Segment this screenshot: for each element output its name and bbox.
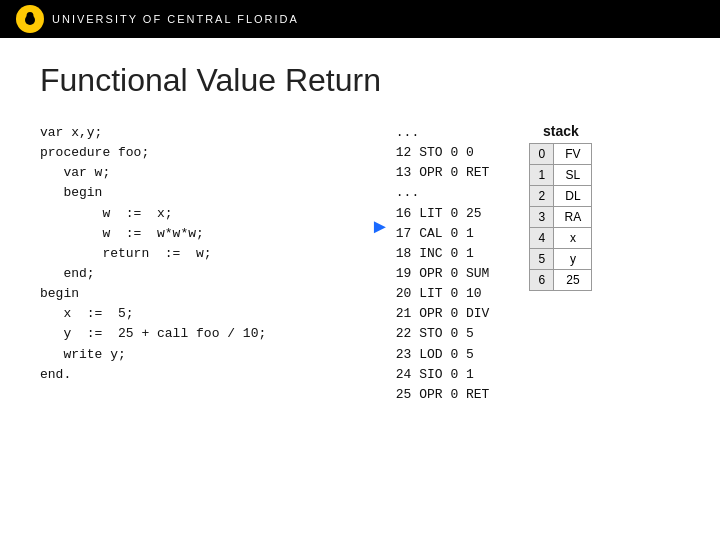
stack-row-index: 6 xyxy=(530,270,554,291)
stack-row: 3RA xyxy=(530,207,592,228)
stack-row-index: 0 xyxy=(530,144,554,165)
stack-row: 625 xyxy=(530,270,592,291)
code-block: var x,y; procedure foo; var w; begin w :… xyxy=(40,123,340,385)
stack-row-value: FV xyxy=(554,144,592,165)
main-content: Functional Value Return var x,y; procedu… xyxy=(0,38,720,425)
current-line-arrow: ► xyxy=(370,216,390,236)
stack-row-index: 4 xyxy=(530,228,554,249)
university-name: UNIVERSITY OF CENTRAL FLORIDA xyxy=(52,13,299,25)
assembly-block: ... 12 STO 0 0 13 OPR 0 RET ... 16 LIT 0… xyxy=(396,123,490,405)
assembly-area: ► ... 12 STO 0 0 13 OPR 0 RET ... 16 LIT… xyxy=(370,123,489,405)
stack-row-value: SL xyxy=(554,165,592,186)
stack-row-index: 1 xyxy=(530,165,554,186)
stack-row-value: RA xyxy=(554,207,592,228)
stack-row: 0FV xyxy=(530,144,592,165)
stack-row: 1SL xyxy=(530,165,592,186)
arrow-area: ► xyxy=(370,123,390,236)
stack-section: stack 0FV1SL2DL3RA4x5y625 xyxy=(529,123,592,291)
stack-row-value: y xyxy=(554,249,592,270)
ucf-pegasus-icon xyxy=(16,5,44,33)
stack-row: 2DL xyxy=(530,186,592,207)
stack-row-index: 3 xyxy=(530,207,554,228)
stack-row: 4x xyxy=(530,228,592,249)
stack-title: stack xyxy=(529,123,592,139)
stack-table: 0FV1SL2DL3RA4x5y625 xyxy=(529,143,592,291)
header-bar: UNIVERSITY OF CENTRAL FLORIDA xyxy=(0,0,720,38)
svg-point-1 xyxy=(27,12,34,20)
stack-row-index: 2 xyxy=(530,186,554,207)
content-area: var x,y; procedure foo; var w; begin w :… xyxy=(40,123,680,405)
stack-row: 5y xyxy=(530,249,592,270)
ucf-logo: UNIVERSITY OF CENTRAL FLORIDA xyxy=(16,5,299,33)
page-title: Functional Value Return xyxy=(40,62,680,99)
stack-row-value: DL xyxy=(554,186,592,207)
stack-row-value: x xyxy=(554,228,592,249)
stack-row-index: 5 xyxy=(530,249,554,270)
stack-row-value: 25 xyxy=(554,270,592,291)
